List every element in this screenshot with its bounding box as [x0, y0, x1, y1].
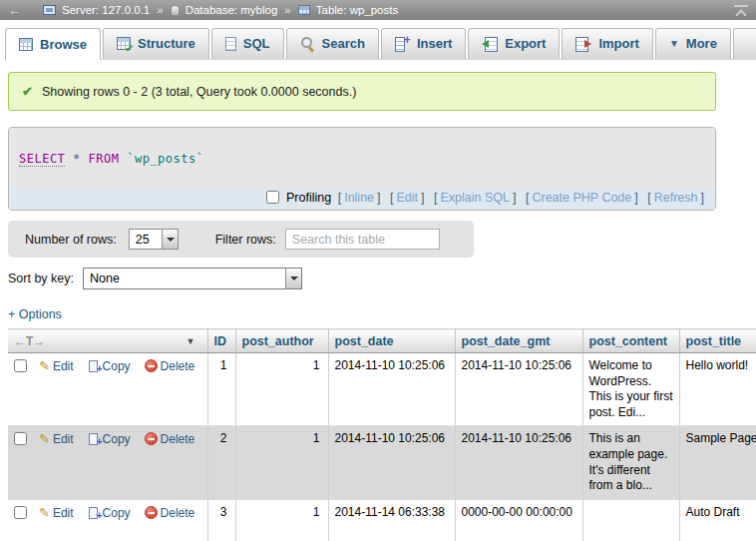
cell-post-date-gmt: 2014-11-10 10:25:06	[455, 426, 582, 499]
refresh-link[interactable]: Refresh	[654, 191, 698, 205]
tab-sql[interactable]: SQL	[211, 28, 284, 59]
sort-by-key-label: Sort by key:	[8, 271, 74, 285]
sort-key-select[interactable]: None	[83, 268, 302, 289]
bracket: ]	[421, 191, 424, 205]
tab-search[interactable]: Search	[286, 28, 379, 59]
cell-post-date: 2014-11-10 10:25:06	[328, 353, 455, 426]
breadcrumb-separator: »	[157, 4, 163, 16]
cell-post-title: Hello world!	[679, 353, 756, 426]
table-row: ✎EditCopyDelete 1 1 2014-11-10 10:25:06 …	[8, 353, 756, 426]
edit-row-link[interactable]: Edit	[53, 506, 74, 520]
cell-post-date: 2014-11-10 10:25:06	[328, 426, 455, 499]
cell-post-content: Welcome to WordPress. This is your first…	[582, 353, 679, 426]
profiling-checkbox[interactable]	[266, 191, 279, 204]
tab-bar: Browse Structure SQL Search Insert Expor…	[5, 28, 756, 60]
export-icon	[482, 37, 498, 50]
edit-pencil-icon: ✎	[39, 431, 50, 446]
cell-post-author: 1	[235, 499, 328, 541]
rows-per-page-select[interactable]: 25	[129, 229, 179, 250]
row-checkbox[interactable]	[14, 506, 27, 519]
bracket: [	[526, 191, 529, 205]
column-header-id[interactable]: ID	[207, 329, 235, 353]
search-icon	[300, 37, 315, 51]
delete-row-link[interactable]: Delete	[161, 506, 195, 520]
table-icon	[298, 5, 310, 15]
edit-pencil-icon: ✎	[39, 358, 50, 373]
collapse-panel-icon[interactable]	[734, 5, 748, 15]
bracket: ]	[701, 191, 704, 205]
explain-sql-link[interactable]: Explain SQL	[441, 191, 510, 205]
cell-post-content: This is an example page. It's different …	[582, 426, 679, 499]
copy-row-link[interactable]: Copy	[103, 506, 131, 520]
rows-per-page-value: 25	[130, 233, 162, 247]
copy-row-link[interactable]: Copy	[103, 432, 131, 446]
breadcrumb-server-link[interactable]: Server: 127.0.0.1	[62, 4, 150, 16]
tab-label: SQL	[243, 36, 270, 51]
cell-post-title: Sample Page	[679, 426, 756, 499]
tab-label: Structure	[138, 36, 195, 51]
success-message-text: Showing rows 0 - 2 (3 total, Query took …	[42, 85, 356, 99]
copy-row-link[interactable]: Copy	[103, 359, 131, 373]
column-header-post-date-gmt[interactable]: post_date_gmt	[455, 329, 582, 353]
bracket: [	[338, 191, 341, 205]
tab-label: Browse	[40, 37, 87, 52]
sql-keyword-from: FROM	[89, 152, 120, 166]
tab-insert[interactable]: Insert	[381, 28, 466, 59]
query-actions-bar: Profiling [Inline] [Edit] [Explain SQL] …	[9, 187, 715, 210]
results-table: ←T→ ▼ ID post_author post_date post_date…	[8, 328, 756, 541]
breadcrumb-table-link[interactable]: Table: wp_posts	[316, 4, 398, 16]
column-header-post-date[interactable]: post_date	[328, 329, 455, 353]
sort-options-caret-icon[interactable]: ▼	[187, 336, 195, 346]
delete-icon	[145, 506, 158, 519]
bracket: ]	[513, 191, 516, 205]
cell-post-author: 1	[235, 353, 328, 426]
bracket: ]	[377, 191, 380, 205]
create-php-code-link[interactable]: Create PHP Code	[532, 191, 631, 205]
tab-label: Insert	[417, 36, 452, 51]
bracket: [	[390, 191, 393, 205]
inline-link[interactable]: Inline	[344, 191, 374, 205]
browse-icon	[19, 38, 33, 51]
tab-label: Export	[505, 36, 546, 51]
column-header-post-content[interactable]: post_content	[582, 329, 679, 353]
delete-row-link[interactable]: Delete	[161, 359, 195, 373]
edit-row-link[interactable]: Edit	[53, 359, 74, 373]
table-row: ✎EditCopyDelete 3 1 2014-11-14 06:33:38 …	[8, 499, 756, 541]
sql-query-text: SELECT * FROM `wp_posts`	[9, 128, 715, 187]
import-icon	[575, 37, 591, 50]
cell-post-date: 2014-11-14 06:33:38	[328, 499, 455, 541]
insert-icon	[395, 37, 410, 50]
column-header-post-title[interactable]: post_title	[679, 329, 756, 353]
check-icon: ✔	[22, 84, 33, 99]
dropdown-arrow-icon	[162, 230, 178, 249]
tab-structure[interactable]: Structure	[103, 28, 209, 59]
tab-browse[interactable]: Browse	[5, 28, 101, 60]
tab-label: More	[686, 36, 717, 51]
delete-icon	[145, 432, 158, 445]
edit-pencil-icon: ✎	[39, 505, 50, 520]
sort-key-value: None	[84, 271, 285, 285]
table-row: ✎EditCopyDelete 2 1 2014-11-10 10:25:06 …	[8, 426, 756, 499]
cell-post-date-gmt: 0000-00-00 00:00:00	[455, 499, 582, 541]
edit-row-link[interactable]: Edit	[53, 432, 74, 446]
bracket: [	[647, 191, 650, 205]
dropdown-arrow-icon	[285, 269, 301, 288]
sql-table-name: `wp_posts`	[127, 152, 203, 166]
success-message: ✔ Showing rows 0 - 2 (3 total, Query too…	[8, 72, 716, 111]
sort-control: Sort by key: None	[8, 268, 756, 289]
tab-import[interactable]: Import	[562, 28, 652, 59]
header-row: ←T→ ▼ ID post_author post_date post_date…	[8, 329, 756, 353]
tab-more[interactable]: ▼ More	[655, 28, 731, 59]
back-arrow-icon[interactable]: ←	[8, 3, 21, 18]
breadcrumb-database-link[interactable]: Database: myblog	[186, 4, 278, 16]
delete-row-link[interactable]: Delete	[161, 432, 195, 446]
table-filter-input[interactable]	[285, 229, 440, 250]
row-checkbox[interactable]	[14, 432, 27, 445]
cell-post-author: 1	[235, 426, 328, 499]
edit-query-link[interactable]: Edit	[397, 191, 419, 205]
column-header-post-author[interactable]: post_author	[235, 329, 328, 353]
row-checkbox[interactable]	[14, 359, 27, 372]
column-order-icon[interactable]: ←T→	[14, 334, 45, 348]
options-toggle-link[interactable]: + Options	[8, 307, 62, 321]
tab-export[interactable]: Export	[468, 28, 560, 59]
